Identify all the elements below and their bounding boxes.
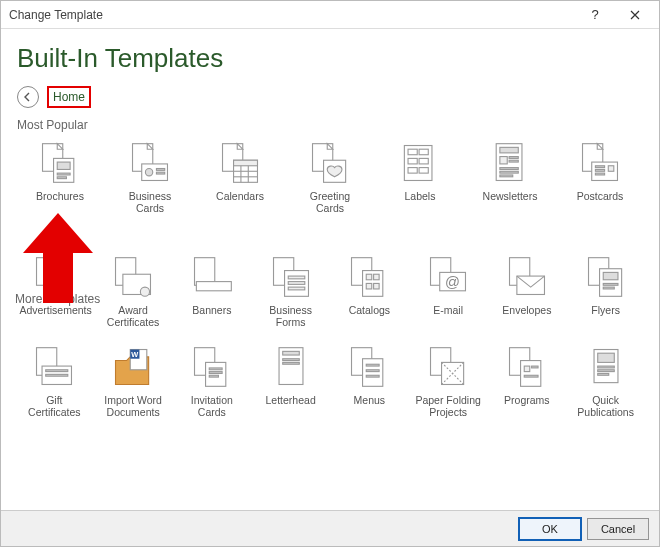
svg-rect-70 xyxy=(603,284,618,286)
letterhead-icon xyxy=(268,344,314,390)
window-title: Change Template xyxy=(9,8,575,22)
svg-rect-91 xyxy=(367,370,380,372)
svg-rect-39 xyxy=(595,173,604,175)
svg-rect-45 xyxy=(57,287,64,289)
svg-rect-50 xyxy=(196,282,231,291)
tile-label: Catalogs xyxy=(334,304,404,316)
tile-greeting-cards[interactable]: Greeting Cards xyxy=(285,138,375,216)
svg-rect-96 xyxy=(520,361,540,387)
labels-icon xyxy=(397,140,443,186)
tile-invitation-cards[interactable]: Invitation Cards xyxy=(173,342,252,420)
svg-rect-57 xyxy=(363,271,383,297)
cancel-button[interactable]: Cancel xyxy=(587,518,649,540)
svg-rect-74 xyxy=(46,370,68,372)
section-label-popular: Most Popular xyxy=(17,118,645,132)
tile-label: Newsletters xyxy=(475,190,545,202)
tile-business-forms[interactable]: Business Forms xyxy=(251,252,330,330)
tile-gift-certificates[interactable]: Gift Certificates xyxy=(15,342,94,420)
svg-rect-104 xyxy=(597,374,608,376)
svg-rect-44 xyxy=(57,284,68,286)
svg-rect-38 xyxy=(595,169,604,171)
tile-letterhead[interactable]: Letterhead xyxy=(251,342,330,420)
gift-icon xyxy=(31,344,77,390)
svg-rect-85 xyxy=(282,352,299,356)
tile-business-cards[interactable]: Business Cards xyxy=(105,138,195,216)
breadcrumb-home[interactable]: Home xyxy=(47,86,91,108)
envelope-icon xyxy=(504,254,550,300)
svg-rect-80 xyxy=(205,363,225,387)
postcard-icon xyxy=(577,140,623,186)
tile-import-word[interactable]: W Import Word Documents xyxy=(94,342,173,420)
svg-rect-92 xyxy=(367,376,380,378)
flyer-icon xyxy=(583,254,629,300)
svg-rect-33 xyxy=(500,175,513,177)
tile-label: Calendars xyxy=(205,190,275,202)
svg-rect-103 xyxy=(597,370,614,372)
svg-rect-21 xyxy=(419,149,428,155)
svg-rect-90 xyxy=(367,364,380,366)
svg-rect-42 xyxy=(48,280,55,287)
svg-rect-8 xyxy=(156,169,164,171)
svg-point-7 xyxy=(145,169,152,176)
tile-labels[interactable]: Labels xyxy=(375,138,465,216)
forms-icon xyxy=(268,254,314,300)
tile-quick-publications[interactable]: Quick Publications xyxy=(566,342,645,420)
svg-rect-98 xyxy=(531,366,537,368)
email-icon: @ xyxy=(425,254,471,300)
help-button[interactable]: ? xyxy=(575,1,615,29)
tile-brochures[interactable]: Brochures xyxy=(15,138,105,216)
award-icon xyxy=(110,254,156,300)
tile-banners[interactable]: Banners xyxy=(173,252,252,330)
paper-folding-icon xyxy=(425,344,471,390)
tile-postcards[interactable]: Postcards xyxy=(555,138,645,216)
tile-label: Paper Folding Projects xyxy=(413,394,483,418)
svg-text:@: @ xyxy=(445,274,460,290)
svg-rect-102 xyxy=(597,366,614,368)
svg-rect-30 xyxy=(509,160,518,162)
tile-newsletters[interactable]: Newsletters xyxy=(465,138,555,216)
svg-rect-25 xyxy=(419,168,428,174)
svg-rect-60 xyxy=(367,284,373,290)
calendar-icon xyxy=(217,140,263,186)
svg-rect-101 xyxy=(597,353,614,362)
svg-rect-89 xyxy=(363,359,383,387)
svg-rect-71 xyxy=(603,287,614,289)
ok-button[interactable]: OK xyxy=(519,518,581,540)
tile-label: Envelopes xyxy=(492,304,562,316)
svg-rect-9 xyxy=(156,172,164,174)
tile-label: Programs xyxy=(492,394,562,406)
change-template-dialog: Change Template ? Built-In Templates Hom… xyxy=(0,0,660,547)
svg-point-48 xyxy=(140,287,149,296)
svg-rect-36 xyxy=(608,166,614,172)
svg-rect-99 xyxy=(524,376,538,378)
tile-label: Flyers xyxy=(571,304,641,316)
svg-rect-22 xyxy=(408,158,417,164)
tile-flyers[interactable]: Flyers xyxy=(566,252,645,330)
tile-catalogs[interactable]: Catalogs xyxy=(330,252,409,330)
svg-rect-3 xyxy=(57,173,70,175)
catalog-icon xyxy=(346,254,392,300)
tile-menus[interactable]: Menus xyxy=(330,342,409,420)
tile-label: Import Word Documents xyxy=(98,394,168,418)
card-icon xyxy=(127,140,173,186)
tile-label: Menus xyxy=(334,394,404,406)
tile-calendars[interactable]: Calendars xyxy=(195,138,285,216)
svg-rect-23 xyxy=(419,158,428,164)
tile-label: Award Certificates xyxy=(98,304,168,328)
svg-rect-97 xyxy=(524,366,530,372)
tile-label: Quick Publications xyxy=(571,394,641,418)
svg-rect-61 xyxy=(374,284,380,290)
svg-rect-20 xyxy=(408,149,417,155)
tile-email[interactable]: @ E-mail xyxy=(409,252,488,330)
svg-rect-83 xyxy=(209,376,218,378)
titlebar: Change Template ? xyxy=(1,1,659,29)
tile-envelopes[interactable]: Envelopes xyxy=(488,252,567,330)
greeting-icon xyxy=(307,140,353,186)
close-button[interactable] xyxy=(615,1,655,29)
tile-label: Brochures xyxy=(25,190,95,202)
back-button[interactable] xyxy=(17,86,39,108)
tile-award-certificates[interactable]: Award Certificates xyxy=(94,252,173,330)
tile-paper-folding[interactable]: Paper Folding Projects xyxy=(409,342,488,420)
tile-programs[interactable]: Programs xyxy=(488,342,567,420)
quickpub-icon xyxy=(583,344,629,390)
